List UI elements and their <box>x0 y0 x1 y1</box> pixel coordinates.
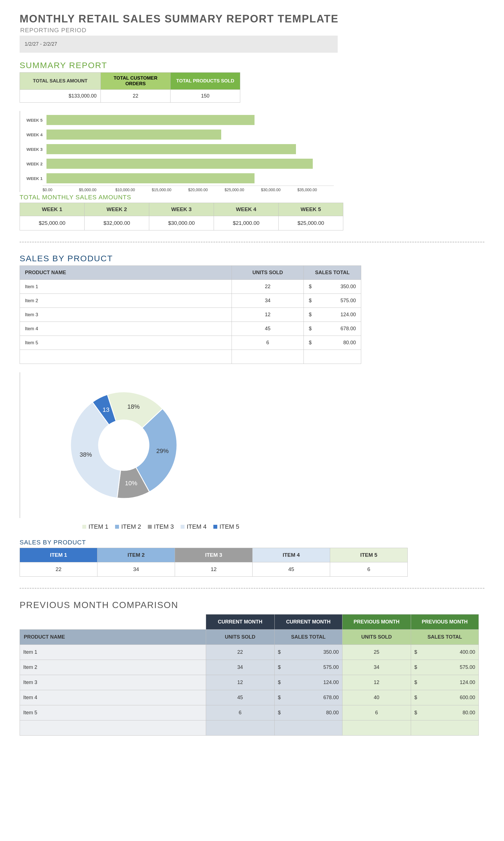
th: UNITS SOLD <box>206 630 274 645</box>
legend-swatch <box>82 525 86 529</box>
legend-swatch <box>213 525 217 529</box>
cur-units: 34 <box>206 660 274 675</box>
prev-units: 34 <box>342 660 411 675</box>
legend-swatch <box>148 525 152 529</box>
page-title: MONTHLY RETAIL SALES SUMMARY REPORT TEMP… <box>20 13 484 25</box>
cur-total: 575.00 <box>288 660 342 675</box>
sales-total: 350.00 <box>319 280 361 294</box>
week-amount: $25,000.00 <box>20 216 85 230</box>
th: SALES TOTAL <box>274 630 342 645</box>
units-sold: 6 <box>232 336 304 350</box>
units-sold: 12 <box>232 308 304 322</box>
prev-total: 575.00 <box>424 660 479 675</box>
item-header: ITEM 5 <box>330 548 408 562</box>
week-amount: $21,000.00 <box>214 216 278 230</box>
th: PRODUCT NAME <box>20 266 232 280</box>
table-row: Item 2 34 $ 575.00 34 $ 575.00 <box>20 660 479 675</box>
bar-label: WEEK 5 <box>20 118 47 122</box>
sales-total: 80.00 <box>319 336 361 350</box>
summary-total-orders: 22 <box>101 90 170 103</box>
bar <box>47 115 254 125</box>
table-row: Item 1 22 $ 350.00 25 $ 400.00 <box>20 645 479 660</box>
table-row: Item 4 45 $ 678.00 <box>20 322 361 336</box>
x-tick: $30,000.00 <box>261 186 298 192</box>
item-header: ITEM 3 <box>175 548 253 562</box>
x-tick: $5,000.00 <box>79 186 115 192</box>
bar <box>47 130 221 140</box>
cur-total: 678.00 <box>288 690 342 705</box>
week-header: WEEK 4 <box>214 203 278 216</box>
week-header: WEEK 5 <box>278 203 343 216</box>
product-name: Item 4 <box>20 690 206 705</box>
summary-col: TOTAL CUSTOMER ORDERS <box>101 73 170 90</box>
cur-units: 22 <box>206 645 274 660</box>
week-amount: $25,000.00 <box>278 216 343 230</box>
product-name: Item 4 <box>20 322 232 336</box>
item-units: 45 <box>253 562 330 577</box>
currency: $ <box>304 308 319 322</box>
week-amount: $32,000.00 <box>85 216 149 230</box>
cur-units: 12 <box>206 675 274 690</box>
currency: $ <box>274 675 288 690</box>
prev-total: 80.00 <box>424 705 479 720</box>
summary-heading: SUMMARY REPORT <box>20 61 484 70</box>
grp: CURRENT MONTH <box>206 615 274 630</box>
th: UNITS SOLD <box>342 630 411 645</box>
grp: PREVIOUS MONTH <box>342 615 411 630</box>
table-row: Item 3 12 $ 124.00 <box>20 308 361 322</box>
bar <box>47 159 313 169</box>
cur-total: 124.00 <box>288 675 342 690</box>
units-sold: 34 <box>232 294 304 308</box>
donut-label: 29% <box>156 447 168 454</box>
item-header: ITEM 1 <box>20 548 97 562</box>
reporting-period-label: REPORTING PERIOD <box>20 27 484 34</box>
currency: $ <box>274 690 288 705</box>
weekly-heading: TOTAL MONTHLY SALES AMOUNTS <box>20 194 484 201</box>
x-tick: $35,000.00 <box>298 186 334 192</box>
prev-total: 600.00 <box>424 690 479 705</box>
prev-total: 124.00 <box>424 675 479 690</box>
product-name: Item 1 <box>20 280 232 294</box>
legend-label: ITEM 4 <box>187 523 206 530</box>
currency: $ <box>304 322 319 336</box>
cur-units: 45 <box>206 690 274 705</box>
summary-table: TOTAL SALES AMOUNT TOTAL CUSTOMER ORDERS… <box>20 72 240 103</box>
items-summary-table: ITEM 1ITEM 2ITEM 3ITEM 4ITEM 5223412456 <box>20 548 408 577</box>
products-heading: SALES BY PRODUCT <box>20 254 484 263</box>
bar-label: WEEK 3 <box>20 147 47 152</box>
x-tick: $25,000.00 <box>224 186 261 192</box>
prev-units: 25 <box>342 645 411 660</box>
th: UNITS SOLD <box>232 266 304 280</box>
x-tick: $0.00 <box>42 186 79 192</box>
legend-swatch <box>115 525 119 529</box>
currency: $ <box>304 336 319 350</box>
prev-units: 40 <box>342 690 411 705</box>
comparison-heading: PREVIOUS MONTH COMPARISON <box>20 600 484 610</box>
table-row: Item 2 34 $ 575.00 <box>20 294 361 308</box>
grp: PREVIOUS MONTH <box>411 615 479 630</box>
donut-chart: 18%29%10%38%13 <box>20 372 484 518</box>
currency: $ <box>411 660 424 675</box>
legend-label: ITEM 1 <box>89 523 108 530</box>
item-units: 34 <box>97 562 175 577</box>
th: SALES TOTAL <box>411 630 479 645</box>
summary-col: TOTAL SALES AMOUNT <box>20 73 101 90</box>
x-tick: $15,000.00 <box>152 186 188 192</box>
legend-swatch <box>181 525 184 529</box>
sales-total: 575.00 <box>319 294 361 308</box>
weekly-sales-bar-chart: WEEK 5WEEK 4WEEK 3WEEK 2WEEK 1$0.00$5,00… <box>20 111 334 192</box>
th: SALES TOTAL <box>304 266 361 280</box>
weekly-table: WEEK 1WEEK 2WEEK 3WEEK 4WEEK 5$25,000.00… <box>20 203 343 230</box>
summary-total-products: 150 <box>170 90 240 103</box>
legend-label: ITEM 3 <box>154 523 174 530</box>
grp: CURRENT MONTH <box>274 615 342 630</box>
sales-total: 124.00 <box>319 308 361 322</box>
donut-legend: ITEM 1ITEM 2ITEM 3ITEM 4ITEM 5 <box>76 523 484 530</box>
table-row: Item 3 12 $ 124.00 12 $ 124.00 <box>20 675 479 690</box>
week-header: WEEK 3 <box>149 203 214 216</box>
currency: $ <box>411 675 424 690</box>
item-header: ITEM 4 <box>253 548 330 562</box>
th: PRODUCT NAME <box>20 630 206 645</box>
cur-units: 6 <box>206 705 274 720</box>
product-name: Item 5 <box>20 705 206 720</box>
